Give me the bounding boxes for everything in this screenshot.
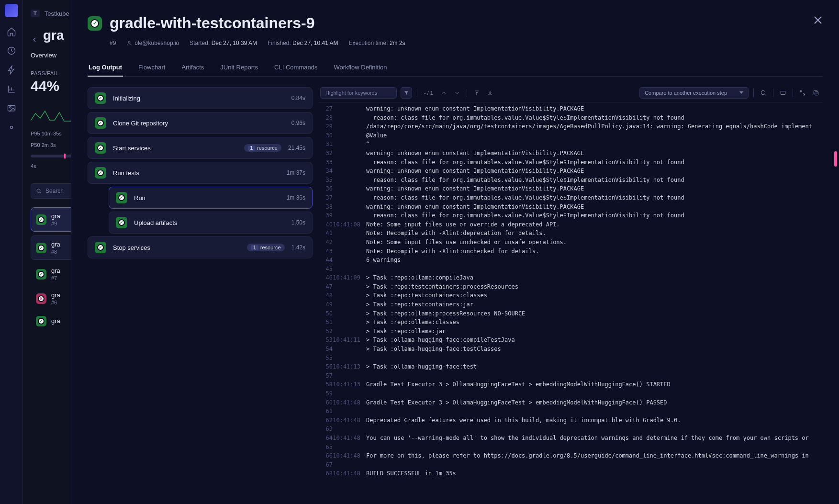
run-name: gra (51, 213, 60, 220)
image-icon[interactable] (7, 103, 16, 113)
svg-point-4 (37, 189, 40, 192)
scroll-top-icon[interactable] (472, 88, 481, 98)
run-number: #6 (51, 300, 60, 305)
svg-point-2 (9, 107, 11, 108)
step-row[interactable]: ✓ Clone Git repository 0.96s (88, 112, 313, 134)
tab-artifacts[interactable]: Artifacts (180, 59, 205, 77)
log-line: 5610:41:13> Task :ollama-hugging-face:te… (318, 362, 823, 371)
step-row[interactable]: ✓ Initializing 0.84s (88, 87, 313, 109)
log-line: 6010:41:48Gradle Test Executor 3 > Ollam… (318, 398, 823, 407)
run-name: gra (51, 291, 60, 299)
run-name: gra (51, 317, 60, 325)
expand-icon[interactable] (798, 88, 807, 98)
log-line: 42Note: Some input files use unchecked o… (318, 238, 823, 247)
back-arrow-icon[interactable] (31, 32, 38, 39)
log-line: 45 (318, 265, 823, 274)
compare-step-select[interactable]: Compare to another execution step (639, 87, 749, 99)
scroll-bottom-icon[interactable] (485, 88, 495, 98)
step-name: Stop services (113, 244, 240, 251)
log-line: 65 (318, 443, 823, 452)
step-row[interactable]: ✓ Run tests 1m 37s (88, 162, 313, 184)
status-badge: ✓ (36, 316, 46, 326)
step-row[interactable]: ✓ Run 1m 36s (109, 187, 313, 209)
run-name: gra (51, 267, 60, 274)
svg-rect-7 (781, 91, 785, 94)
run-user: ole@kubeshop.io (126, 40, 179, 46)
log-line: 4010:41:08Note: Some input files use or … (318, 220, 823, 229)
step-duration: 0.96s (291, 120, 305, 126)
step-name: Run tests (113, 169, 280, 177)
step-name: Upload artifacts (134, 219, 285, 226)
log-line: 5810:41:13Gradle Test Executor 3 > Ollam… (318, 380, 823, 389)
log-line: 4610:41:09> Task :repo:ollama:compileJav… (318, 273, 823, 282)
log-scrollbar[interactable] (833, 134, 837, 500)
bolt-icon[interactable] (7, 65, 16, 75)
home-icon[interactable] (7, 27, 16, 36)
resource-badge: 1resource (247, 244, 284, 251)
run-number: #9 (51, 221, 60, 226)
exec-time-meta: Execution time: 2m 2s (348, 40, 405, 46)
copy-icon[interactable] (811, 88, 821, 98)
step-duration: 21.45s (288, 145, 305, 151)
org-name[interactable]: Testkube (45, 10, 69, 17)
svg-rect-9 (814, 90, 817, 94)
chart-icon[interactable] (7, 84, 16, 94)
tab-junit-reports[interactable]: JUnit Reports (219, 59, 259, 77)
log-line: 6810:41:48BUILD SUCCESSFUL in 1m 35s (318, 469, 823, 478)
step-duration: 1m 36s (287, 194, 305, 201)
tab-log-output[interactable]: Log Output (88, 59, 123, 77)
page-title: gra (43, 28, 64, 43)
status-badge: ✓ (36, 269, 46, 280)
search-icon[interactable] (759, 88, 768, 98)
step-name: Run (134, 194, 280, 202)
scroll-thumb[interactable] (834, 151, 837, 167)
tab-cli-commands[interactable]: CLI Commands (273, 59, 318, 77)
step-duration: 0.84s (291, 95, 305, 101)
run-number: #8 (51, 249, 60, 255)
log-line: 5310:41:11> Task :ollama-hugging-face:co… (318, 336, 823, 345)
log-line: 34warning: unknown enum constant Impleme… (318, 167, 823, 176)
settings-icon[interactable] (7, 123, 16, 132)
log-line: 57 (318, 371, 823, 381)
modal-tabs: Log OutputFlowchartArtifactsJUnit Report… (88, 59, 823, 77)
log-line: 55 (318, 354, 823, 363)
runs-icon[interactable] (7, 46, 16, 56)
log-line: 29/data/repo/core/src/main/java/org/test… (318, 122, 823, 131)
org-chip: T (31, 10, 40, 17)
tab-workflow-definition[interactable]: Workflow Definition (333, 59, 388, 77)
log-panel: Highlight for keywords - / 1 Compare to … (318, 87, 823, 504)
match-count: - / 1 (422, 90, 435, 96)
status-badge: ✓ (116, 217, 127, 228)
status-badge: ✓ (95, 242, 106, 253)
steps-panel: ✓ Initializing 0.84s ✓ Clone Git reposit… (88, 87, 313, 504)
wrap-icon[interactable] (778, 88, 788, 98)
tab-flowchart[interactable]: Flowchart (137, 59, 166, 77)
step-duration: 1.42s (291, 244, 305, 251)
svg-rect-8 (815, 91, 818, 95)
log-line: 43Note: Recompile with -Xlint:unchecked … (318, 247, 823, 256)
log-line: 28 reason: class file for org.immutables… (318, 113, 823, 123)
filter-icon[interactable] (401, 87, 412, 99)
log-line: 6610:41:48For more on this, please refer… (318, 451, 823, 460)
log-search-input[interactable]: Highlight for keywords (320, 87, 397, 99)
log-line: 33 reason: class file for org.immutables… (318, 158, 823, 167)
svg-point-5 (128, 41, 130, 43)
log-line: 47> Task :repo:testcontainers:processRes… (318, 282, 823, 291)
started-meta: Started: Dec 27, 10:39 AM (190, 40, 257, 46)
log-content[interactable]: 27warning: unknown enum constant Impleme… (318, 102, 823, 504)
prev-match-icon[interactable] (439, 88, 448, 98)
step-row[interactable]: ✓ Start services 1resource 21.45s (88, 137, 313, 159)
run-id: #9 (110, 40, 116, 46)
log-line: 36warning: unknown enum constant Impleme… (318, 184, 823, 193)
log-line: 52> Task :repo:ollama:jar (318, 327, 823, 336)
next-match-icon[interactable] (452, 88, 462, 98)
close-icon[interactable] (811, 13, 825, 27)
status-badge: ✓ (95, 167, 106, 179)
status-badge: ✓ (95, 92, 106, 104)
step-row[interactable]: ✓ Upload artifacts 1.50s (109, 212, 313, 234)
log-line: 41Note: Recompile with -Xlint:deprecatio… (318, 229, 823, 238)
step-row[interactable]: ✓ Stop services 1resource 1.42s (88, 236, 313, 258)
step-name: Start services (113, 145, 237, 152)
step-duration: 1.50s (291, 219, 305, 226)
log-line: 38warning: unknown enum constant Impleme… (318, 202, 823, 212)
